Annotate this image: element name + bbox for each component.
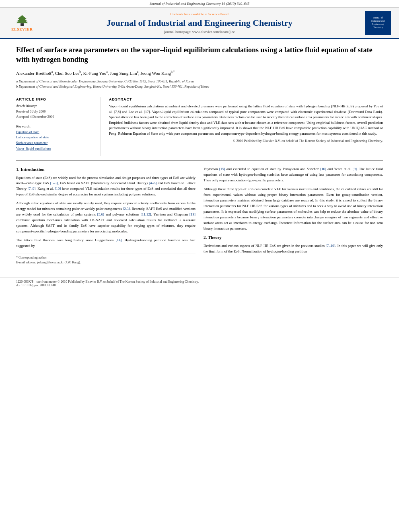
header-area: ELSEVIER Contents lists available at Sci… [0,8,399,39]
authors-line: Alexander Breitholta, Chul Soo Leeb, Ki-… [16,70,383,76]
ref-link[interactable]: [10] [55,187,61,191]
abstract-col: ABSTRACT Vapor–liquid equilibrium calcul… [109,97,383,156]
keyword-item[interactable]: Vapor–liquid equilibrium [16,146,93,152]
keyword-item[interactable]: Surface area parameter [16,140,93,146]
journal-bar: Journal of Industrial and Engineering Ch… [0,0,399,8]
ref-link[interactable]: [16] [320,167,326,171]
author-name: Alexander Breitholt [16,70,51,75]
author-name: Jeong Won Kang [141,70,171,75]
ref-link[interactable]: [15] [219,167,225,171]
intro-heading: 1. Introduction [16,166,195,173]
ref-link[interactable]: [5,6] [97,212,104,216]
intro-para1: Equations of state (EoS) are widely used… [16,175,195,198]
theory-para1: Derivations and various aspects of NLF-H… [204,243,383,255]
elsevier-logo: ELSEVIER [8,12,36,34]
issn-line: 1226-086X/$ – see front matter © 2010 Pu… [16,280,383,283]
article-info-label: ARTICLE INFO [16,97,93,101]
sciencedirect-label: Contents lists available at ScienceDirec… [40,12,359,16]
affiliation-b: b Department of Chemical and Biological … [16,84,383,89]
page-wrapper: Journal of Industrial and Engineering Ch… [0,0,399,532]
article-title: Effect of surface area parameters on the… [16,45,383,65]
header-center: Contents lists available at ScienceDirec… [40,12,359,34]
received-date: Received 6 July 2009 [16,109,93,114]
theory-heading: 2. Theory [204,234,383,240]
abstract-label: ABSTRACT [109,97,383,101]
intro-right-para2: Although these three types of EoS can co… [204,187,383,232]
footnote-area: * Corresponding author. E-mail address: … [16,253,195,265]
abstract-text: Vapor–liquid equilibrium calculations at… [109,104,383,136]
ref-link[interactable]: [2,3] [123,207,130,211]
body-section: 1. Introduction Equations of state (EoS)… [16,166,383,265]
ref-link[interactable]: [7–9] [28,187,36,191]
body-left-col: 1. Introduction Equations of state (EoS)… [16,166,195,265]
keywords-section: Keywords: Equation of state Lattice equa… [16,124,93,151]
ref-link[interactable]: [9] [353,167,357,171]
author-name: Jong Sung Lim [110,70,137,75]
body-two-col: 1. Introduction Equations of state (EoS)… [16,166,383,265]
journal-homepage: journal homepage: www.elsevier.com/locat… [40,30,359,34]
elsevier-logo-area: ELSEVIER [8,12,40,34]
article-info-section: ARTICLE INFO Article history: Received 6… [16,97,93,119]
col-divider [101,97,101,156]
ref-link[interactable]: [13] [189,212,195,216]
divider-2 [16,160,383,160]
ref-link[interactable]: [1–3] [50,181,58,185]
footnote-email: E-mail address: jwkang@korea.ac.kr (J.W.… [16,260,195,265]
svg-rect-0 [21,23,24,26]
bottom-bar: 1226-086X/$ – see front matter © 2010 Pu… [0,277,399,290]
journal-logo-box: Journal ofIndustrial andEngineeringChemi… [365,11,391,35]
journal-title: Journal of Industrial and Engineering Ch… [40,18,359,28]
intro-para2: Although cubic equations of state are mo… [16,201,195,234]
abstract-copyright: © 2010 Published by Elsevier B.V. on beh… [109,139,383,144]
accepted-date: Accepted 4 December 2009 [16,114,93,119]
keyword-item[interactable]: Equation of state [16,129,93,135]
keywords-list: Equation of state Lattice equation of st… [16,129,93,151]
main-content: Effect of surface area parameters on the… [0,39,399,273]
footnote-corresponding: * Corresponding author. [16,255,195,260]
author-name: Chul Soo Lee [55,70,80,75]
keywords-label: Keywords: [16,124,93,128]
keyword-item[interactable]: Lattice equation of state [16,135,93,140]
sciencedirect-brand[interactable]: ScienceDirect [208,12,228,16]
ref-link[interactable]: [7–10] [326,244,335,248]
ref-link[interactable]: [4–6] [149,181,157,185]
divider [16,93,383,93]
journal-bar-text: Journal of Industrial and Engineering Ch… [150,2,249,6]
intro-right-para1: Veytsman [15] and extended to equation o… [204,166,383,183]
affiliation-a: a Department of Chemical and Biomolecula… [16,79,383,84]
intro-para3: The lattice fluid theories have long his… [16,238,195,249]
ref-link[interactable]: [14] [115,238,121,242]
header-right: Journal ofIndustrial andEngineeringChemi… [359,11,391,35]
author-name: Ki-Pung Yoo [83,70,106,75]
elsevier-label: ELSEVIER [11,27,33,31]
info-abstract-cols: ARTICLE INFO Article history: Received 6… [16,97,383,156]
ref-link[interactable]: [11,12] [141,212,151,216]
affiliations: a Department of Chemical and Biomolecula… [16,79,383,89]
body-right-col: Veytsman [15] and extended to equation o… [204,166,383,265]
history-label: Article history: [16,104,93,108]
article-info-col: ARTICLE INFO Article history: Received 6… [16,97,93,156]
doi-line: doi:10.1016/j.jiec.2010.01.040 [16,283,383,287]
elsevier-tree-icon [14,14,30,27]
